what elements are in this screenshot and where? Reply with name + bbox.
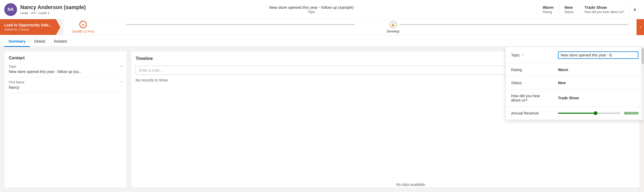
scrollbar[interactable] [641,47,644,120]
popup-rating-value[interactable]: Warm [558,68,638,72]
header-name: Nancy Anderson (sample) [20,4,86,10]
firstname-field-label: First Name * [9,80,122,84]
stage-next-button[interactable]: › [637,19,644,35]
popup-rating-label: Rating [511,68,554,72]
topic-field-value[interactable]: New store opened this year - follow up (… [9,70,122,74]
qualify-icon: ● [79,21,87,28]
header-sub-lead: Lead [20,11,28,15]
topic-required-star: * [121,65,122,68]
stage-step-develop[interactable]: 🔒 Develop [387,21,400,33]
status-label: Status [565,10,574,14]
popup-revenue-label: Annual Revenue [511,111,554,115]
tab-summary[interactable]: Summary [4,36,30,47]
contact-field-firstname: First Name * Nancy [9,80,122,93]
timeline-title: Timeline [136,56,153,61]
avatar: NA [4,3,17,16]
popup-panel: Topic * Rating Warm Status New How did y… [506,47,644,120]
stage-active-title: Lead to Opportunity Sale... [4,23,52,27]
firstname-field-value[interactable]: Nancy [9,85,122,89]
firstname-label-text: First Name [9,80,25,84]
tab-related[interactable]: Related [50,36,71,47]
no-data-area: No data available. [322,182,500,187]
stage-bar: Lead to Opportunity Sale... Active for 2… [0,19,644,35]
tabs-bar: Summary Details Related [0,35,644,47]
header-sub: Lead · AA - Lead ∨ [20,11,86,15]
header-dot: · [29,11,30,15]
topic-label-text: Topic [9,65,16,68]
main-content: Contact Topic * New store opened this ye… [0,47,644,192]
slider-thumb[interactable] [594,111,597,115]
header-identity: Nancy Anderson (sample) Lead · AA - Lead… [20,4,86,15]
header-topic-value: New store opened this year - follow up (… [269,5,354,10]
howheard-label: How did you hear about us? [585,10,624,14]
header-field-status: New Status [559,4,579,15]
popup-row-status: Status New [506,76,644,89]
slider-container: 4000000 [558,111,638,115]
status-value: New [565,5,574,10]
header-right: Warm Rating New Status Trade Show How di… [537,4,640,15]
qualify-label: Qualify (2 Hrs) [72,29,94,33]
rating-value: Warm [543,5,553,10]
header-sub-aalead: AA - Lead [31,11,46,15]
scrollbar-thumb[interactable] [642,48,644,64]
stage-active-sub: Active for 2 hours [4,28,52,31]
popup-howheard-value[interactable]: Trade Show [558,96,638,100]
popup-status-value[interactable]: New [558,81,638,85]
header-center: New store opened this year - follow up (… [86,5,537,14]
topic-field-label: Topic * [9,65,122,68]
header-topic-label: Topic [308,10,315,14]
firstname-required-star: * [121,80,122,84]
stage-active-label: Lead to Opportunity Sale... Active for 2… [0,19,56,35]
header: NA Nancy Anderson (sample) Lead · AA - L… [0,0,644,19]
slider-value: 4000000 [624,111,638,115]
popup-row-rating: Rating Warm [506,63,644,76]
slider-fill [558,113,596,114]
howheard-value: Trade Show [585,5,624,10]
revenue-slider[interactable] [558,113,621,114]
develop-icon: 🔒 [389,21,397,28]
develop-label: Develop [387,29,400,33]
collapse-button[interactable]: ∧ [630,4,640,15]
popup-row-revenue: Annual Revenue 4000000 [506,107,644,120]
popup-topic-required: * [522,54,523,57]
popup-row-topic: Topic * [506,47,644,63]
rating-label: Rating [543,10,553,14]
popup-topic-label-text: Topic [511,53,520,57]
chevron-down-icon[interactable]: ∨ [47,11,50,15]
header-field-rating: Warm Rating [537,4,559,15]
tab-details[interactable]: Details [30,36,50,47]
popup-howheard-label: How did you hearabout us? [511,94,554,102]
no-data-text: No data available. [396,182,426,187]
contact-field-topic: Topic * New store opened this year - fol… [9,65,122,77]
popup-status-label: Status [511,81,554,85]
stage-step-qualify[interactable]: ● Qualify (2 Hrs) [72,21,94,33]
popup-topic-input[interactable] [558,51,638,59]
popup-row-howheard: How did you hearabout us? Trade Show [506,89,644,107]
popup-topic-label: Topic * [511,53,554,57]
header-field-howheard: Trade Show How did you hear about us? [579,4,630,15]
contact-title: Contact [9,56,122,60]
contact-card: Contact Topic * New store opened this ye… [4,51,127,188]
stage-line-2 [400,24,628,25]
stage-line [126,24,355,25]
stage-steps: ● Qualify (2 Hrs) 🔒 Develop [63,21,637,33]
